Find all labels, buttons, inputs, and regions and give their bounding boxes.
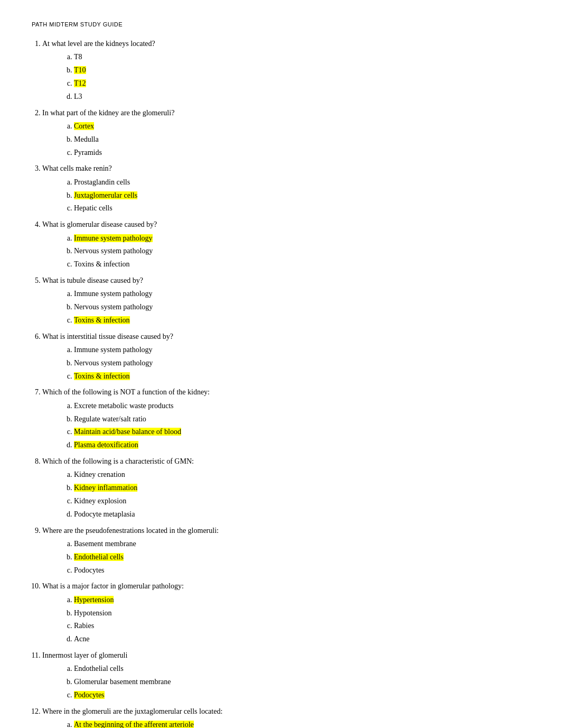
option-8-c: Kidney explosion [74, 495, 529, 508]
question-11: Innermost layer of glomeruliEndothelial … [42, 650, 529, 702]
option-12-a: At the beginning of the afferent arterio… [74, 718, 529, 728]
question-text-3: What cells make renin? [42, 164, 112, 172]
option-9-c: Podocytes [74, 564, 529, 577]
option-3-c: Hepatic cells [74, 202, 529, 215]
option-11-c: Podocytes [74, 689, 529, 702]
question-8: Which of the following is a characterist… [42, 456, 529, 521]
options-list-2: CortexMedullaPyramids [74, 120, 529, 159]
option-6-b: Nervous system pathology [74, 357, 529, 370]
option-1-a: T8 [74, 51, 529, 63]
question-12: Where in the glomeruli are the juxtaglom… [42, 706, 529, 728]
question-text-5: What is tubule disease caused by? [42, 277, 143, 284]
options-list-6: Immune system pathologyNervous system pa… [74, 344, 529, 382]
option-5-a: Immune system pathology [74, 288, 529, 300]
question-text-10: What is a major factor in glomerular pat… [42, 582, 184, 590]
option-10-d: Acne [74, 633, 529, 646]
options-list-1: T8T10T12L3 [74, 51, 529, 103]
option-10-b: Hypotension [74, 607, 529, 620]
options-list-11: Endothelial cellsGlomerular basement mem… [74, 662, 529, 701]
option-2-b: Medulla [74, 133, 529, 146]
option-9-a: Basement membrane [74, 538, 529, 550]
question-text-6: What is interstitial tissue disease caus… [42, 333, 173, 340]
option-7-b: Regulate water/salt ratio [74, 413, 529, 426]
question-text-4: What is glomerular disease caused by? [42, 220, 157, 228]
question-text-1: At what level are the kidneys located? [42, 40, 155, 48]
question-text-8: Which of the following is a characterist… [42, 457, 194, 465]
options-list-9: Basement membraneEndothelial cellsPodocy… [74, 538, 529, 576]
option-2-c: Pyramids [74, 146, 529, 159]
question-2: In what part of the kidney are the glome… [42, 107, 529, 159]
question-1: At what level are the kidneys located?T8… [42, 38, 529, 103]
question-text-11: Innermost layer of glomeruli [42, 651, 127, 659]
question-9: Where are the pseudofenestrations locate… [42, 525, 529, 577]
option-7-a: Excrete metabolic waste products [74, 400, 529, 412]
option-8-d: Podocyte metaplasia [74, 508, 529, 521]
question-10: What is a major factor in glomerular pat… [42, 580, 529, 646]
question-text-9: Where are the pseudofenestrations locate… [42, 527, 219, 535]
question-5: What is tubule disease caused by?Immune … [42, 275, 529, 327]
options-list-5: Immune system pathologyNervous system pa… [74, 288, 529, 326]
question-7: Which of the following is NOT a function… [42, 386, 529, 451]
option-1-d: L3 [74, 90, 529, 103]
option-11-b: Glomerular basement membrane [74, 676, 529, 688]
question-6: What is interstitial tissue disease caus… [42, 331, 529, 383]
questions-list: At what level are the kidneys located?T8… [42, 38, 529, 728]
option-8-b: Kidney inflammation [74, 482, 529, 494]
option-11-a: Endothelial cells [74, 662, 529, 675]
option-5-b: Nervous system pathology [74, 301, 529, 314]
option-9-b: Endothelial cells [74, 551, 529, 564]
options-list-12: At the beginning of the afferent arterio… [74, 718, 529, 728]
option-7-d: Plasma detoxification [74, 439, 529, 451]
option-5-c: Toxins & infection [74, 314, 529, 327]
option-10-a: Hypertension [74, 594, 529, 606]
option-6-c: Toxins & infection [74, 370, 529, 383]
option-1-b: T10 [74, 64, 529, 77]
question-4: What is glomerular disease caused by?Imm… [42, 219, 529, 271]
option-8-a: Kidney crenation [74, 468, 529, 481]
option-3-a: Prostaglandin cells [74, 176, 529, 189]
question-text-2: In what part of the kidney are the glome… [42, 109, 174, 117]
option-10-c: Rabies [74, 620, 529, 632]
option-4-a: Immune system pathology [74, 232, 529, 245]
options-list-8: Kidney crenationKidney inflammationKidne… [74, 468, 529, 520]
option-6-a: Immune system pathology [74, 344, 529, 356]
question-text-12: Where in the glomeruli are the juxtaglom… [42, 707, 222, 715]
option-7-c: Maintain acid/base balance of blood [74, 426, 529, 438]
options-list-4: Immune system pathologyNervous system pa… [74, 232, 529, 271]
question-3: What cells make renin?Prostaglandin cell… [42, 163, 529, 215]
option-4-b: Nervous system pathology [74, 245, 529, 257]
option-3-b: Juxtaglomerular cells [74, 189, 529, 202]
option-1-c: T12 [74, 77, 529, 90]
options-list-3: Prostaglandin cellsJuxtaglomerular cells… [74, 176, 529, 215]
option-2-a: Cortex [74, 120, 529, 133]
options-list-7: Excrete metabolic waste productsRegulate… [74, 400, 529, 451]
option-4-c: Toxins & infection [74, 258, 529, 271]
options-list-10: HypertensionHypotensionRabiesAcne [74, 594, 529, 646]
question-text-7: Which of the following is NOT a function… [42, 388, 210, 396]
page-title: PATH MIDTERM STUDY GUIDE [32, 21, 529, 27]
